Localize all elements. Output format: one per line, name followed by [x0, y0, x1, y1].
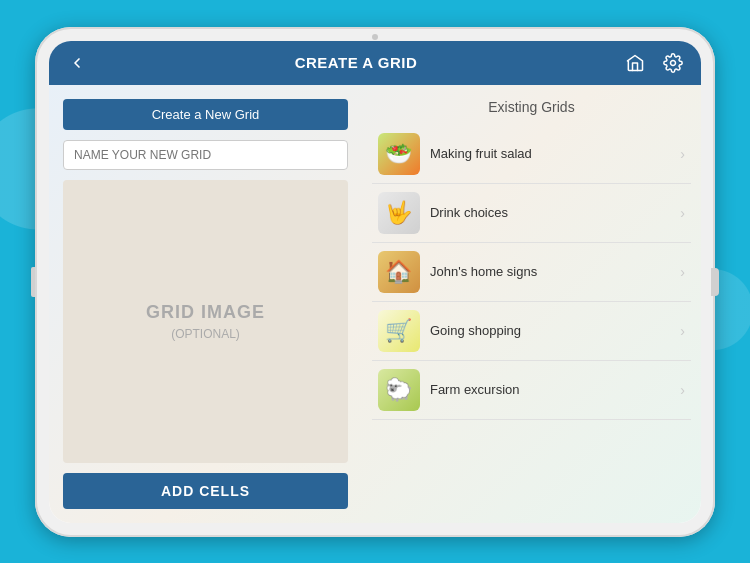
grid-image-text: GRID IMAGE [146, 302, 265, 323]
chevron-icon-3: › [680, 265, 685, 279]
back-button[interactable] [63, 49, 91, 77]
grid-item-4[interactable]: 🛒 Going shopping › [372, 302, 691, 361]
grid-thumb-1: 🥗 [378, 133, 420, 175]
grid-item-1[interactable]: 🥗 Making fruit salad › [372, 125, 691, 184]
add-cells-button[interactable]: ADD CELLS [63, 473, 348, 509]
nav-title: CREATE A GRID [295, 54, 418, 71]
grid-list: 🥗 Making fruit salad › 🤟 Drink choices › [372, 125, 691, 420]
nav-bar: CREATE A GRID [49, 41, 701, 85]
chevron-icon-4: › [680, 324, 685, 338]
grid-item-label-4: Going shopping [430, 323, 670, 338]
grid-thumb-3: 🏠 [378, 251, 420, 293]
grid-thumb-icon-2: 🤟 [385, 202, 412, 224]
left-panel: Create a New Grid GRID IMAGE (OPTIONAL) … [49, 85, 362, 523]
nav-icons [621, 49, 687, 77]
grid-thumb-icon-1: 🥗 [385, 143, 412, 165]
grid-item-label-5: Farm excursion [430, 382, 670, 397]
grid-thumb-icon-4: 🛒 [385, 320, 412, 342]
settings-button[interactable] [659, 49, 687, 77]
grid-image-subtext: (OPTIONAL) [171, 327, 240, 341]
grid-item-label-2: Drink choices [430, 205, 670, 220]
tablet-side-button-left [31, 267, 35, 297]
existing-grids-header: Existing Grids [372, 99, 691, 115]
right-panel: Existing Grids 🥗 Making fruit salad › 🤟 [362, 85, 701, 523]
chevron-icon-5: › [680, 383, 685, 397]
grid-name-input[interactable] [63, 140, 348, 170]
screen: CREATE A GRID Create a New Gri [49, 41, 701, 523]
chevron-icon-1: › [680, 147, 685, 161]
grid-thumb-2: 🤟 [378, 192, 420, 234]
grid-item-2[interactable]: 🤟 Drink choices › [372, 184, 691, 243]
grid-item-label-1: Making fruit salad [430, 146, 670, 161]
chevron-icon-2: › [680, 206, 685, 220]
grid-image-placeholder[interactable]: GRID IMAGE (OPTIONAL) [63, 180, 348, 463]
create-new-grid-header: Create a New Grid [63, 99, 348, 130]
grid-thumb-5: 🐑 [378, 369, 420, 411]
svg-point-0 [671, 60, 676, 65]
tablet-device: CREATE A GRID Create a New Gri [35, 27, 715, 537]
grid-item-3[interactable]: 🏠 John's home signs › [372, 243, 691, 302]
grid-thumb-4: 🛒 [378, 310, 420, 352]
main-content: Create a New Grid GRID IMAGE (OPTIONAL) … [49, 85, 701, 523]
home-button[interactable] [621, 49, 649, 77]
grid-thumb-icon-3: 🏠 [385, 261, 412, 283]
grid-item-5[interactable]: 🐑 Farm excursion › [372, 361, 691, 420]
grid-item-label-3: John's home signs [430, 264, 670, 279]
tablet-side-button-right [711, 268, 719, 296]
tablet-camera [372, 34, 378, 40]
grid-thumb-icon-5: 🐑 [385, 379, 412, 401]
